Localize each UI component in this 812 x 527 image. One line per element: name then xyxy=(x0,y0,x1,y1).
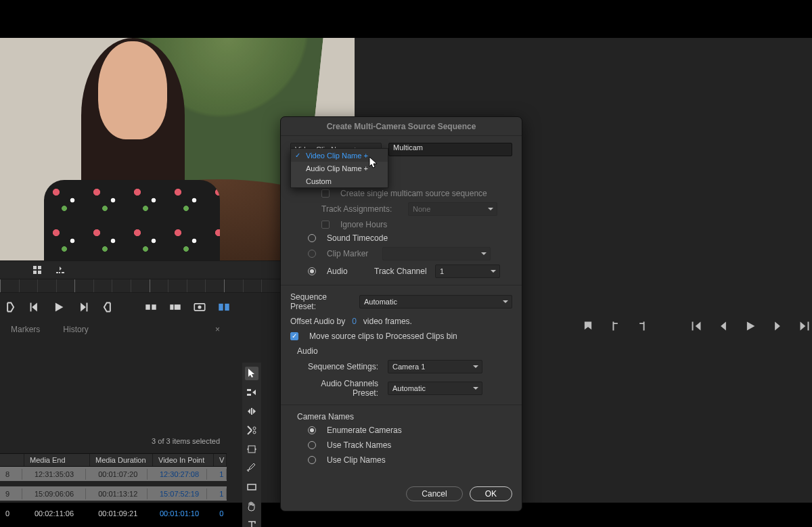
step-forward-right-button[interactable] xyxy=(771,320,784,332)
goto-in-button[interactable] xyxy=(690,320,702,332)
slip-tool[interactable] xyxy=(245,442,258,456)
type-tool[interactable] xyxy=(245,518,258,527)
radio-audio[interactable] xyxy=(308,267,316,275)
col-video-in[interactable]: Video In Point xyxy=(153,454,214,466)
svg-point-18 xyxy=(253,431,256,434)
rectangle-tool[interactable] xyxy=(245,480,258,494)
svg-rect-15 xyxy=(247,394,251,396)
workspace-stage: 1/2 Markers Hist xyxy=(0,38,812,503)
radio-use-track-names[interactable] xyxy=(308,441,316,449)
tab-history[interactable]: History xyxy=(63,325,88,334)
svg-rect-6 xyxy=(145,304,150,310)
sequence-name-field[interactable]: Multicam xyxy=(388,143,512,156)
close-panel-icon[interactable]: × xyxy=(215,325,227,334)
svg-rect-7 xyxy=(152,304,156,310)
track-select-forward-tool[interactable] xyxy=(245,386,258,399)
check-create-single[interactable] xyxy=(321,189,330,198)
sequence-preset-select[interactable]: Automatic xyxy=(359,295,512,308)
mark-out-right-button[interactable] xyxy=(636,320,648,332)
svg-point-17 xyxy=(253,427,256,430)
check-move-clips[interactable] xyxy=(290,332,298,340)
offset-frames-value[interactable]: 0 xyxy=(352,317,357,326)
svg-rect-19 xyxy=(248,446,255,453)
tab-markers[interactable]: Markers xyxy=(11,325,40,334)
svg-rect-16 xyxy=(251,408,252,415)
cancel-button[interactable]: Cancel xyxy=(406,486,462,501)
mark-in-right-button[interactable] xyxy=(609,320,621,332)
overwrite-button[interactable] xyxy=(169,301,181,313)
timeline-toolstrip xyxy=(242,363,261,527)
svg-rect-14 xyxy=(247,389,251,391)
table-row[interactable]: 9 15:09:06:06 00:01:13:12 15:07:52:19 1 xyxy=(0,486,227,501)
goto-out-button[interactable] xyxy=(798,320,811,332)
dropdown-option-audio-clip[interactable]: Audio Clip Name + xyxy=(291,162,388,175)
add-marker-button[interactable] xyxy=(582,320,594,332)
ok-button[interactable]: OK xyxy=(470,486,512,501)
table-row[interactable]: 8 12:31:35:03 00:01:07:20 12:30:27:08 1 xyxy=(0,467,227,481)
grid-icon[interactable] xyxy=(32,265,42,275)
play-right-button[interactable] xyxy=(744,320,757,332)
pen-tool[interactable] xyxy=(245,461,258,475)
svg-rect-9 xyxy=(173,303,174,312)
clip-marker-select[interactable] xyxy=(382,247,491,260)
svg-rect-22 xyxy=(808,322,809,331)
insert-button[interactable] xyxy=(145,301,157,313)
col-video-out[interactable]: V xyxy=(214,454,227,466)
radio-use-clip-names[interactable] xyxy=(308,456,316,464)
svg-rect-5 xyxy=(87,303,88,312)
radio-clip-marker[interactable] xyxy=(308,250,316,258)
multicam-dialog: Create Multi-Camera Source Sequence Vide… xyxy=(280,116,522,511)
step-back-right-button[interactable] xyxy=(717,320,729,332)
dropdown-option-custom[interactable]: Custom xyxy=(291,175,388,187)
svg-rect-3 xyxy=(38,271,41,274)
track-assignments-select[interactable]: None xyxy=(408,202,497,216)
svg-rect-0 xyxy=(33,266,37,269)
razor-tool[interactable] xyxy=(245,423,258,437)
right-transport-bar xyxy=(582,320,812,332)
svg-rect-1 xyxy=(38,266,41,269)
svg-rect-4 xyxy=(30,303,32,312)
ripple-edit-tool[interactable] xyxy=(245,405,258,418)
svg-rect-13 xyxy=(225,304,229,311)
radio-enumerate-cameras[interactable] xyxy=(308,426,316,434)
dialog-title: Create Multi-Camera Source Sequence xyxy=(281,117,522,136)
panel-tabs: Markers History × xyxy=(0,321,227,338)
table-header-row: Media End Media Duration Video In Point … xyxy=(0,453,227,467)
name-source-dropdown: Video Clip Name + Audio Clip Name + Cust… xyxy=(290,148,388,188)
radio-sound-timecode[interactable] xyxy=(308,234,316,242)
svg-rect-12 xyxy=(219,304,223,311)
audio-channels-preset-select[interactable]: Automatic xyxy=(388,382,482,395)
svg-rect-8 xyxy=(170,304,180,310)
step-forward-button[interactable] xyxy=(77,301,89,313)
col-media-duration[interactable]: Media Duration xyxy=(90,454,153,466)
selection-count: 3 of 3 items selected xyxy=(0,437,227,451)
track-channel-select[interactable]: 1 xyxy=(435,265,500,278)
selection-tool[interactable] xyxy=(245,367,258,380)
play-button[interactable] xyxy=(53,301,65,313)
dropdown-option-video-clip[interactable]: Video Clip Name + xyxy=(291,149,388,162)
svg-point-11 xyxy=(198,305,201,308)
check-ignore-hours[interactable] xyxy=(321,221,330,229)
mark-out-button[interactable] xyxy=(102,301,114,313)
project-media-table: Media End Media Duration Video In Point … xyxy=(0,453,227,526)
mark-in-button[interactable] xyxy=(4,301,16,313)
svg-rect-20 xyxy=(248,484,256,490)
audio-sequence-settings-select[interactable]: Camera 1 xyxy=(388,360,482,373)
svg-rect-2 xyxy=(33,271,37,274)
marker-track-icon[interactable] xyxy=(55,265,65,275)
table-row[interactable]: 0 00:02:11:06 00:01:09:21 00:01:01:10 0 xyxy=(0,506,227,520)
export-frame-button[interactable] xyxy=(194,301,206,313)
col-media-end[interactable]: Media End xyxy=(24,454,90,466)
comparison-view-button[interactable] xyxy=(218,301,230,313)
step-back-button[interactable] xyxy=(28,301,41,313)
svg-rect-21 xyxy=(692,322,694,331)
hand-tool[interactable] xyxy=(245,499,258,513)
